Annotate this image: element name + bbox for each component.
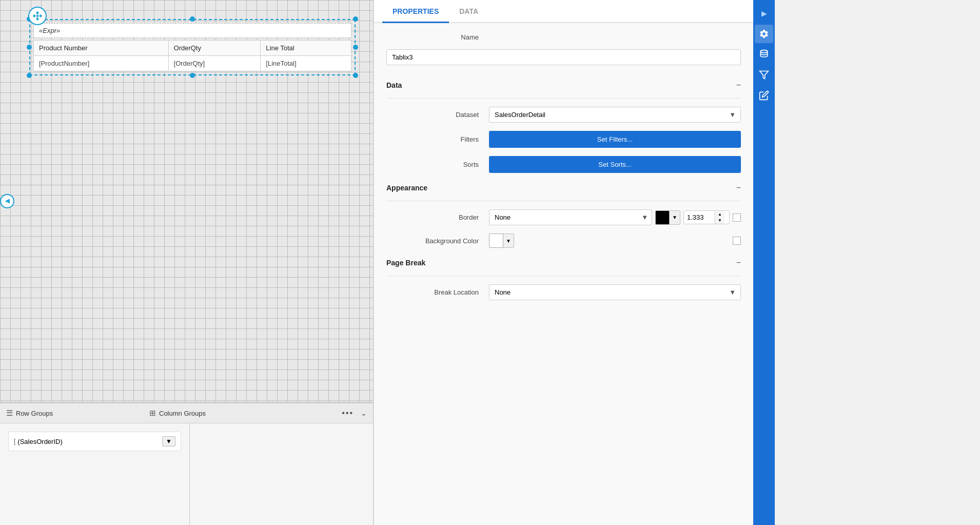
- break-location-field: Break Location None Start End StartAndEn…: [386, 284, 741, 300]
- sidebar-filter-button[interactable]: [755, 66, 773, 84]
- table-data-row: [ProductNumber] [OrderQty] [LineTotal]: [34, 56, 351, 71]
- row-group-item[interactable]: [ (SalesOrderID) ▼: [8, 432, 181, 451]
- border-color-control: ▼: [655, 210, 680, 225]
- move-handle[interactable]: [28, 7, 47, 25]
- filter-icon: [759, 70, 769, 80]
- properties-panel: PROPERTIES DATA Name Tablix3 Data −: [374, 0, 753, 525]
- border-style-select[interactable]: None Solid Dashed: [489, 209, 652, 225]
- design-canvas[interactable]: ◀: [0, 0, 373, 402]
- border-width-spinners: ▲ ▼: [715, 211, 724, 224]
- table-header-row: Product Number OrderQty Line Total: [34, 41, 351, 56]
- bg-color-checkbox-wrapper: [733, 237, 741, 245]
- cell-product-number: [ProductNumber]: [34, 56, 169, 71]
- name-input[interactable]: Tablix3: [386, 49, 741, 65]
- settings-icon: [759, 29, 769, 39]
- data-section-header: Data −: [386, 81, 741, 90]
- groups-header-row: ☰ Row Groups ⊞ Column Groups ••• ⌄: [0, 403, 373, 423]
- data-collapse-button[interactable]: −: [736, 81, 741, 90]
- break-location-wrapper: None Start End StartAndEnd ▼: [489, 284, 741, 300]
- appearance-divider: [386, 201, 741, 201]
- groups-content-area: [ (SalesOrderID) ▼: [0, 423, 373, 525]
- set-filters-button[interactable]: Set Filters...: [489, 131, 741, 148]
- col-groups-content: [190, 423, 373, 525]
- group-item-dropdown[interactable]: ▼: [162, 436, 175, 446]
- sidebar-settings-button[interactable]: [755, 25, 773, 43]
- handle-top-middle[interactable]: [190, 16, 195, 22]
- col-groups-label: Column Groups: [159, 410, 206, 417]
- tablix-widget[interactable]: «Expr» Product Number OrderQty Line Tota…: [33, 23, 351, 71]
- dataset-select[interactable]: SalesOrderDetail: [489, 107, 741, 123]
- border-label: Border: [386, 213, 489, 221]
- border-color-swatch[interactable]: [655, 210, 670, 225]
- handle-bottom-left[interactable]: [27, 73, 32, 78]
- filters-field: Filters Set Filters...: [386, 131, 741, 148]
- border-controls: None Solid Dashed ▼ ▼ 1.333: [489, 209, 741, 225]
- border-width-input[interactable]: 1.333: [684, 211, 715, 224]
- sidebar-database-button[interactable]: [755, 45, 773, 64]
- handle-middle-left[interactable]: [27, 45, 32, 50]
- bg-color-swatch-row: ▼: [489, 234, 514, 248]
- toggle-icon: ◀: [5, 198, 9, 204]
- header-line-total: Line Total: [261, 41, 351, 56]
- tablix-table: Product Number OrderQty Line Total [Prod…: [33, 40, 351, 71]
- filters-label: Filters: [386, 135, 489, 143]
- bg-color-label: Background Color: [386, 237, 489, 245]
- appearance-section-title: Appearance: [386, 184, 427, 192]
- groups-collapse-button[interactable]: ⌄: [361, 409, 367, 417]
- border-checkbox[interactable]: [733, 213, 741, 222]
- col-groups-icon: ⊞: [149, 409, 156, 418]
- bg-color-checkbox[interactable]: [733, 237, 741, 245]
- bg-color-controls: ▼: [489, 234, 741, 248]
- row-groups-label: Row Groups: [16, 410, 119, 417]
- edit-icon: [759, 90, 769, 101]
- page-break-section: Page Break − Break Location None Start E…: [386, 258, 741, 300]
- group-bracket-icon: [: [14, 438, 15, 445]
- sorts-label: Sorts: [386, 161, 489, 168]
- database-icon: [759, 49, 769, 60]
- handle-bottom-right[interactable]: [353, 73, 358, 78]
- break-location-select[interactable]: None Start End StartAndEnd: [489, 284, 741, 300]
- bg-color-field: Background Color ▼: [386, 234, 741, 248]
- border-width-down-button[interactable]: ▼: [715, 218, 724, 224]
- page-break-collapse-button[interactable]: −: [736, 258, 741, 267]
- move-icon: [32, 11, 43, 21]
- header-order-qty: OrderQty: [168, 41, 261, 56]
- cell-order-qty: [OrderQty]: [168, 56, 261, 71]
- border-style-wrapper: None Solid Dashed ▼: [489, 209, 652, 225]
- set-sorts-button[interactable]: Set Sorts...: [489, 156, 741, 173]
- data-section-title: Data: [386, 81, 402, 89]
- row-groups-content: [ (SalesOrderID) ▼: [0, 423, 190, 525]
- border-color-dropdown-button[interactable]: ▼: [670, 210, 680, 225]
- cell-line-total: [LineTotal]: [261, 56, 351, 71]
- groups-more-button[interactable]: •••: [339, 407, 357, 419]
- page-break-section-title: Page Break: [386, 259, 425, 267]
- break-location-label: Break Location: [386, 288, 489, 296]
- tab-properties[interactable]: PROPERTIES: [382, 0, 449, 23]
- expr-text: «Expr»: [39, 27, 60, 34]
- dataset-label: Dataset: [386, 111, 489, 119]
- canvas-area: ◀: [0, 0, 374, 525]
- appearance-section: Appearance − Border None Solid Dashed: [386, 183, 741, 248]
- sidebar-edit-button[interactable]: [755, 86, 773, 105]
- handle-middle-right[interactable]: [353, 45, 358, 50]
- panel-toggle-button[interactable]: ◀: [0, 194, 14, 208]
- handle-bottom-middle[interactable]: [190, 73, 195, 78]
- groups-toolbar: ••• ⌄: [339, 407, 367, 419]
- handle-top-right[interactable]: [353, 16, 358, 22]
- header-product-number: Product Number: [34, 41, 169, 56]
- group-item-label: (SalesOrderID): [17, 438, 160, 445]
- border-width-up-button[interactable]: ▲: [715, 211, 724, 218]
- border-width-control: 1.333 ▲ ▼: [683, 210, 730, 224]
- groups-panel: ☰ Row Groups ⊞ Column Groups ••• ⌄ [ (Sa…: [0, 402, 373, 525]
- tab-data[interactable]: DATA: [449, 0, 488, 23]
- name-section: Name Tablix3: [386, 33, 741, 70]
- name-field: Name: [386, 33, 741, 41]
- properties-body: Name Tablix3 Data − Dataset SalesOrderDe…: [374, 23, 753, 525]
- sidebar-toggle-button[interactable]: ▶: [755, 4, 773, 23]
- appearance-collapse-button[interactable]: −: [736, 183, 741, 192]
- bg-color-dropdown-button[interactable]: ▼: [503, 234, 514, 248]
- appearance-section-header: Appearance −: [386, 183, 741, 192]
- row-groups-icon: ☰: [6, 409, 13, 418]
- bg-color-swatch[interactable]: [489, 234, 503, 248]
- page-break-divider: [386, 276, 741, 276]
